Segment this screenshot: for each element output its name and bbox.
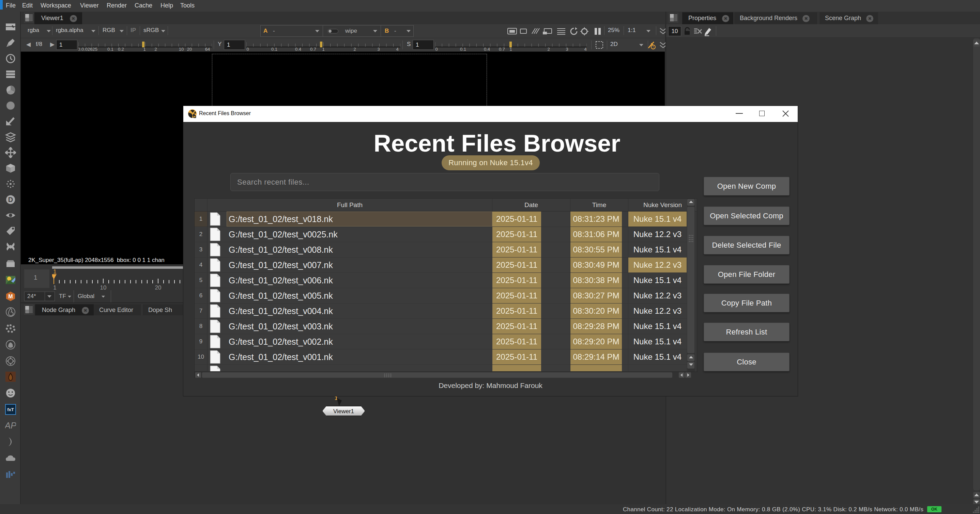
svg-text:2: 2 [154, 47, 157, 51]
svg-text:1: 1 [53, 269, 56, 275]
svg-text:fxT: fxT [7, 407, 14, 412]
svg-text:0.1: 0.1 [271, 47, 277, 51]
svg-text:!: ! [653, 45, 654, 49]
svg-text:1: 1 [509, 47, 512, 51]
svg-text:10: 10 [100, 284, 107, 290]
svg-text:2: 2 [547, 47, 550, 51]
svg-text:10: 10 [179, 47, 184, 51]
svg-text:D: D [8, 196, 13, 203]
svg-text:4: 4 [396, 47, 398, 51]
svg-text:AP: AP [5, 420, 16, 430]
svg-text:0.7: 0.7 [310, 47, 316, 51]
svg-text:3: 3 [566, 47, 568, 51]
svg-text:0: 0 [435, 47, 438, 51]
svg-text:1: 1 [322, 47, 325, 51]
svg-text:3: 3 [377, 47, 380, 51]
svg-text:2: 2 [353, 47, 356, 51]
svg-text:20: 20 [187, 47, 192, 51]
svg-text:M: M [8, 293, 13, 300]
svg-text:20: 20 [155, 284, 162, 290]
svg-text:64: 64 [205, 47, 210, 51]
svg-text:0.2: 0.2 [118, 47, 124, 51]
svg-text:0.7: 0.7 [499, 47, 505, 51]
svg-text:1: 1 [143, 47, 145, 51]
svg-text:0.4: 0.4 [484, 47, 490, 51]
svg-text:0.1: 0.1 [460, 47, 466, 51]
svg-text:0.1: 0.1 [107, 47, 113, 51]
svg-text:1: 1 [53, 284, 56, 290]
svg-text:0.0.02625: 0.0.02625 [78, 47, 97, 51]
svg-text:4: 4 [584, 47, 586, 51]
svg-text:0.4: 0.4 [295, 47, 301, 51]
svg-text:0: 0 [247, 47, 249, 51]
